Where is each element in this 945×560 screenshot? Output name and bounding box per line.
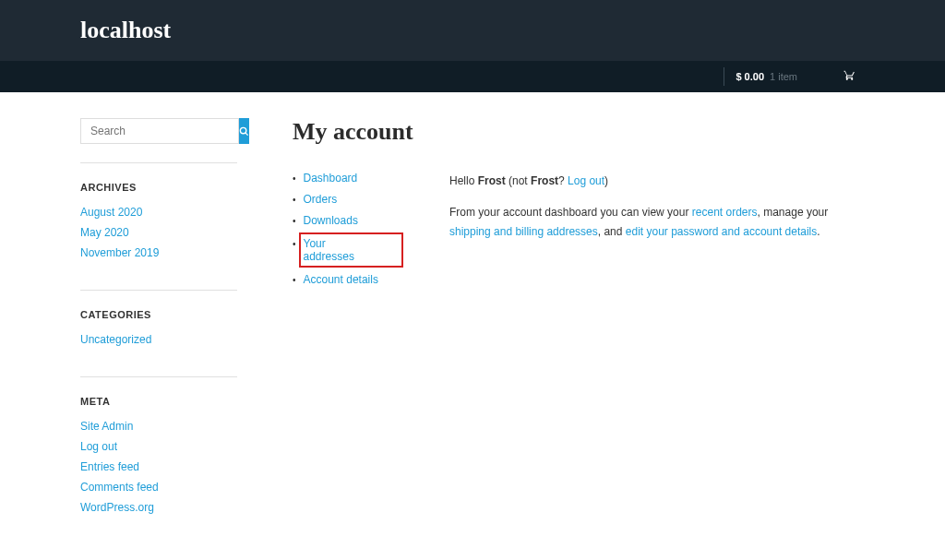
addresses-link[interactable]: shipping and billing addresses xyxy=(449,225,598,238)
widget-categories: CATEGORIES Uncategorized xyxy=(80,290,237,358)
nav-item-orders: Orders xyxy=(293,193,403,206)
svg-point-0 xyxy=(240,127,245,133)
logout-link[interactable]: Log out xyxy=(568,174,604,187)
cart-amount[interactable]: $ 0.00 xyxy=(736,71,764,82)
meta-link: Comments feed xyxy=(80,481,237,494)
archive-link: August 2020 xyxy=(80,206,237,219)
intro-text: From your account dashboard you can view… xyxy=(449,203,865,241)
site-title[interactable]: localhost xyxy=(80,17,171,43)
page-title: My account xyxy=(293,118,865,146)
nav-item-downloads: Downloads xyxy=(293,214,403,227)
meta-link: Log out xyxy=(80,440,237,453)
welcome-text: Hello Frost (not Frost? Log out) xyxy=(449,172,865,190)
account-content: Hello Frost (not Frost? Log out) From yo… xyxy=(449,172,865,294)
widget-title-categories: CATEGORIES xyxy=(80,309,237,320)
cart-items-count: 1 item xyxy=(770,71,797,82)
topbar-divider xyxy=(724,67,724,86)
widget-archives: ARCHIVES August 2020 May 2020 November 2… xyxy=(80,162,237,271)
main-content: My account Dashboard Orders Downloads Yo… xyxy=(293,118,865,526)
search-input[interactable] xyxy=(80,118,239,144)
svg-line-1 xyxy=(245,132,248,135)
category-link: Uncategorized xyxy=(80,333,237,346)
nav-item-dashboard: Dashboard xyxy=(293,172,403,185)
account-details-link[interactable]: edit your password and account details xyxy=(626,225,817,238)
site-header: localhost xyxy=(0,0,945,61)
search-form xyxy=(80,118,237,144)
cart-icon[interactable] xyxy=(843,69,855,84)
top-bar: $ 0.00 1 item xyxy=(0,61,945,92)
meta-link: Entries feed xyxy=(80,460,237,473)
account-nav: Dashboard Orders Downloads Your addresse… xyxy=(293,172,403,294)
highlight-box: Your addresses xyxy=(299,232,403,268)
sidebar: ARCHIVES August 2020 May 2020 November 2… xyxy=(80,118,237,526)
archive-link: May 2020 xyxy=(80,226,237,239)
meta-link: WordPress.org xyxy=(80,501,237,514)
widget-title-archives: ARCHIVES xyxy=(80,182,237,193)
archive-link: November 2019 xyxy=(80,246,237,259)
nav-item-account-details: Account details xyxy=(293,273,403,286)
recent-orders-link[interactable]: recent orders xyxy=(692,206,758,219)
nav-item-addresses: Your addresses xyxy=(293,235,403,265)
search-button[interactable] xyxy=(239,118,249,144)
widget-meta: META Site Admin Log out Entries feed Com… xyxy=(80,376,237,526)
search-icon xyxy=(239,126,249,137)
meta-link: Site Admin xyxy=(80,420,237,433)
widget-title-meta: META xyxy=(80,396,237,407)
